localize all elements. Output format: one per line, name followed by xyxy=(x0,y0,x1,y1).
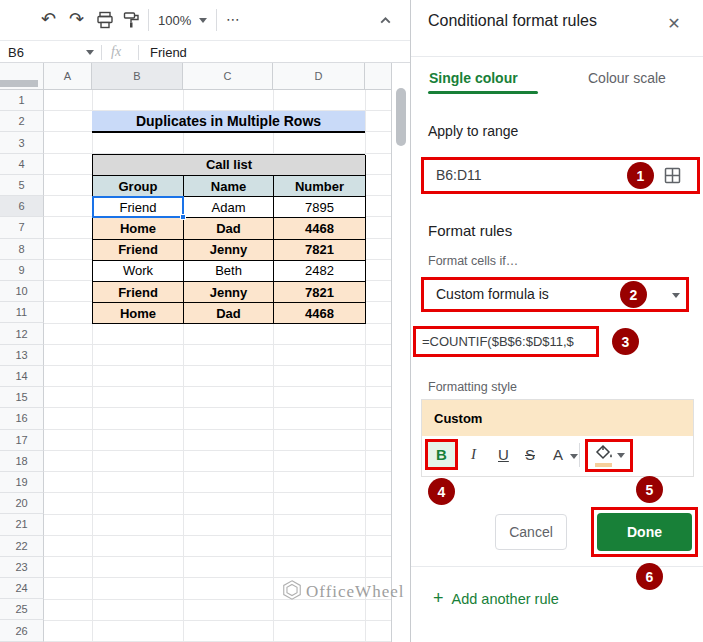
done-button[interactable]: Done xyxy=(597,513,692,551)
table-cell[interactable]: Dad xyxy=(184,303,274,324)
format-rules-heading: Format rules xyxy=(428,222,512,239)
vertical-scrollbar[interactable] xyxy=(392,63,410,642)
fill-color-button[interactable] xyxy=(594,444,614,468)
table-header-name[interactable]: Name xyxy=(184,176,274,197)
condition-caret-icon[interactable] xyxy=(672,293,680,298)
row-header-5[interactable]: 5 xyxy=(0,175,44,196)
add-another-rule-button[interactable]: + Add another rule xyxy=(433,588,559,609)
formatting-style-box: Custom xyxy=(421,399,694,477)
annotation-box-condition: Custom formula is xyxy=(421,277,689,312)
collapse-toolbar-icon[interactable] xyxy=(378,13,393,32)
row-header-10[interactable]: 10 xyxy=(0,281,44,302)
row-header-3[interactable]: 3 xyxy=(0,132,44,153)
redo-icon[interactable]: ↷ xyxy=(69,8,84,30)
table-cell[interactable]: Home xyxy=(93,218,184,239)
select-data-range-icon[interactable] xyxy=(664,167,681,188)
zoom-select[interactable]: 100% xyxy=(158,13,191,28)
table-row: FriendJenny7821 xyxy=(93,282,365,303)
table-cell[interactable]: Friend xyxy=(93,240,184,261)
text-color-button[interactable]: A xyxy=(553,446,563,463)
table-row: WorkBeth2482 xyxy=(93,261,365,282)
row-header-19[interactable]: 19 xyxy=(0,472,44,493)
underline-button[interactable]: U xyxy=(498,446,509,463)
condition-dropdown[interactable]: Custom formula is xyxy=(436,286,549,302)
active-tab-underline xyxy=(428,91,538,94)
row-header-15[interactable]: 15 xyxy=(0,387,44,408)
table-header-row: GroupNameNumber xyxy=(93,176,365,197)
table-header-group[interactable]: Group xyxy=(93,176,184,197)
row-header-18[interactable]: 18 xyxy=(0,451,44,472)
row-header-17[interactable]: 17 xyxy=(0,430,44,451)
row-header-8[interactable]: 8 xyxy=(0,239,44,260)
tab-single-colour[interactable]: Single colour xyxy=(429,70,518,86)
text-color-caret-icon[interactable] xyxy=(570,454,578,459)
table-cell[interactable]: 7821 xyxy=(274,282,366,303)
row-header-2[interactable]: 2 xyxy=(0,111,44,132)
strikethrough-button[interactable]: S xyxy=(525,446,535,463)
table-header-number[interactable]: Number xyxy=(274,176,366,197)
row-header-4[interactable]: 4 xyxy=(0,154,44,175)
custom-formula-input[interactable]: =COUNTIF($B$6:$D$11,$ xyxy=(422,334,594,349)
table-cell[interactable]: 7821 xyxy=(274,240,366,261)
range-input[interactable]: B6:D11 xyxy=(436,167,482,183)
row-header-1[interactable]: 1 xyxy=(0,90,44,111)
row-header-7[interactable]: 7 xyxy=(0,217,44,238)
fill-color-caret-icon[interactable] xyxy=(617,453,625,458)
formula-input[interactable]: Friend xyxy=(150,45,187,60)
table-cell[interactable]: Jenny xyxy=(184,282,274,303)
table-cell[interactable]: Jenny xyxy=(184,240,274,261)
table-cell[interactable]: 4468 xyxy=(274,303,366,324)
print-icon[interactable] xyxy=(96,11,114,33)
paint-format-icon[interactable] xyxy=(122,11,140,33)
table-cell[interactable]: 4468 xyxy=(274,218,366,239)
column-header-c[interactable]: C xyxy=(183,63,273,90)
scrollbar-thumb[interactable] xyxy=(396,88,406,146)
conditional-format-panel: Conditional format rules ✕ Single colour… xyxy=(410,0,703,642)
table-cell[interactable]: 2482 xyxy=(274,261,366,282)
zoom-caret-icon[interactable] xyxy=(199,18,207,23)
row-header-23[interactable]: 23 xyxy=(0,557,44,578)
name-box-caret-icon[interactable] xyxy=(86,50,94,55)
table-cell[interactable]: Friend xyxy=(93,197,184,218)
row-header-22[interactable]: 22 xyxy=(0,536,44,557)
step-badge-4: 4 xyxy=(428,478,455,505)
column-header-edge[interactable] xyxy=(365,63,392,90)
row-header-12[interactable]: 12 xyxy=(0,323,44,344)
table-cell[interactable]: Adam xyxy=(184,197,274,218)
close-icon[interactable]: ✕ xyxy=(661,10,687,36)
sheet-title-cell[interactable]: Duplicates in Multiple Rows xyxy=(92,111,365,132)
table-cell[interactable]: Home xyxy=(93,303,184,324)
column-header-a[interactable]: A xyxy=(44,63,92,90)
row-header-14[interactable]: 14 xyxy=(0,366,44,387)
bold-button[interactable]: B xyxy=(436,446,447,463)
row-header-20[interactable]: 20 xyxy=(0,493,44,514)
table-cell[interactable]: Friend xyxy=(93,282,184,303)
table-cell[interactable]: Beth xyxy=(184,261,274,282)
italic-button[interactable]: I xyxy=(471,446,476,463)
undo-icon[interactable]: ↶ xyxy=(41,8,56,30)
row-header-9[interactable]: 9 xyxy=(0,260,44,281)
name-box[interactable]: B6 xyxy=(8,45,24,60)
row-header-13[interactable]: 13 xyxy=(0,345,44,366)
table-title-cell[interactable]: Call list xyxy=(93,155,366,176)
row-header-24[interactable]: 24 xyxy=(0,578,44,599)
column-header-b[interactable]: B xyxy=(92,63,183,90)
table-cell[interactable]: Work xyxy=(93,261,184,282)
add-another-rule-label: Add another rule xyxy=(452,591,559,607)
row-header-11[interactable]: 11 xyxy=(0,302,44,323)
row-header-21[interactable]: 21 xyxy=(0,514,44,535)
row-header-25[interactable]: 25 xyxy=(0,599,44,620)
tab-colour-scale[interactable]: Colour scale xyxy=(588,70,666,86)
row-header-16[interactable]: 16 xyxy=(0,408,44,429)
table-cell[interactable]: Dad xyxy=(184,218,274,239)
row-header-6[interactable]: 6 xyxy=(0,196,44,217)
corner-bar xyxy=(0,80,38,87)
cancel-button[interactable]: Cancel xyxy=(495,514,567,550)
select-all-corner[interactable] xyxy=(0,63,44,90)
more-options-icon[interactable]: ⋯ xyxy=(226,11,241,27)
table-row: FriendAdam7895 xyxy=(93,197,365,218)
table-cell[interactable]: 7895 xyxy=(274,197,366,218)
column-header-d[interactable]: D xyxy=(273,63,365,90)
formula-bar: B6 fx Friend xyxy=(0,40,410,63)
row-header-26[interactable]: 26 xyxy=(0,620,44,641)
